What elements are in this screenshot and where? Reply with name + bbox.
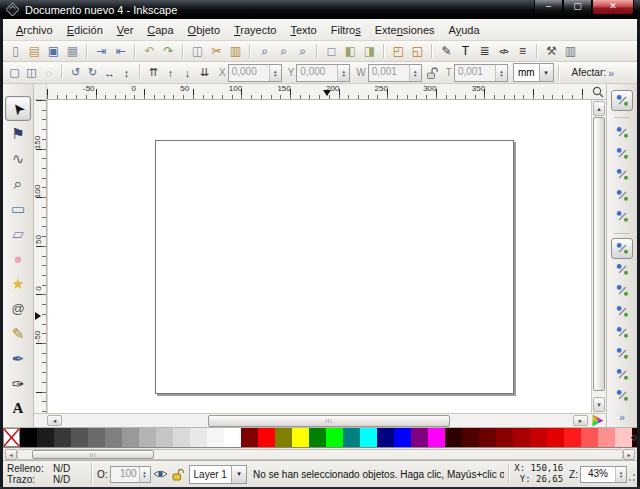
flip-horizontal-icon[interactable]: ↔ — [101, 64, 118, 81]
new-document-icon[interactable]: ▯ — [6, 43, 25, 60]
menu-edicion[interactable]: Edición — [60, 21, 110, 39]
color-wheel-corner[interactable] — [589, 414, 606, 427]
open-document-icon[interactable]: ▤ — [25, 43, 44, 60]
width-field[interactable]: 0,001▴▾ — [368, 64, 422, 82]
palette-swatch[interactable] — [394, 428, 411, 447]
scroll-right-icon[interactable]: ▸ — [573, 415, 588, 426]
palette-swatch[interactable] — [139, 428, 156, 447]
palette-swatch[interactable] — [37, 428, 54, 447]
print-icon[interactable]: ▦ — [63, 43, 82, 60]
vertical-ruler[interactable]: 150100500-50 — [34, 100, 47, 413]
palette-swatch[interactable] — [445, 428, 462, 447]
calligraphy-tool[interactable]: ✑ — [5, 371, 31, 396]
menu-ayuda[interactable]: Ayuda — [442, 21, 487, 39]
raise-to-top-icon[interactable]: ⇈ — [145, 64, 162, 81]
palette-swatch[interactable] — [292, 428, 309, 447]
palette-swatch[interactable] — [71, 428, 88, 447]
zoom-page-icon[interactable]: ⌕ — [293, 43, 312, 60]
separator[interactable] — [614, 111, 630, 118]
lower-to-bottom-icon[interactable]: ⇊ — [196, 64, 213, 81]
undo-icon[interactable]: ↶ — [140, 43, 159, 60]
y-field-value[interactable]: 0,000 — [297, 65, 337, 81]
layer-selector[interactable]: Layer 1▾ — [189, 465, 247, 484]
height-field-spinner[interactable]: ▴▾ — [495, 65, 507, 81]
snap-bbox-edge-midpoints-icon[interactable] — [611, 185, 633, 206]
layer-dropdown-arrow-icon[interactable]: ▾ — [231, 466, 246, 483]
fill-stroke-indicator[interactable]: Relleno: N/D Trazo: N/D — [3, 463, 87, 485]
selector-tool[interactable]: ➤ — [5, 96, 31, 121]
flip-vertical-icon[interactable]: ↕ — [118, 64, 135, 81]
zoom-value[interactable]: 43% — [581, 467, 615, 482]
scroll-left-icon[interactable]: ◂ — [47, 415, 62, 426]
ungroup-objects-icon[interactable]: ◱ — [408, 43, 427, 60]
palette-swatch[interactable] — [598, 428, 615, 447]
palette-swatch[interactable] — [173, 428, 190, 447]
align-dialog-icon[interactable]: ≡ — [513, 43, 532, 60]
pen-tool[interactable]: ✒ — [5, 346, 31, 371]
zoom-field[interactable]: 43%▴▾ — [580, 466, 627, 483]
redo-icon[interactable]: ↷ — [159, 43, 178, 60]
star-tool[interactable]: ★ — [5, 271, 31, 296]
menu-texto[interactable]: Texto — [283, 21, 323, 39]
lock-ratio-icon[interactable] — [426, 66, 439, 80]
snap-smooth-nodes-icon[interactable] — [611, 322, 633, 343]
zoom-spinner[interactable]: ▴▾ — [615, 467, 626, 482]
palette-swatch[interactable] — [530, 428, 547, 447]
import-icon[interactable]: ⇥ — [92, 43, 111, 60]
zoom-selection-icon[interactable]: ⌕ — [255, 43, 274, 60]
vertical-scrollbar-thumb[interactable] — [593, 117, 605, 391]
snap-path-intersections-icon[interactable] — [611, 280, 633, 301]
zoom-drawing-icon[interactable]: ⌕ — [274, 43, 293, 60]
ellipse-tool[interactable]: ● — [5, 246, 31, 271]
opacity-spinner[interactable]: ▴▾ — [139, 467, 150, 482]
xml-editor-icon[interactable]: </> — [494, 43, 513, 60]
node-tool[interactable]: ⚑ — [5, 121, 31, 146]
units-dropdown-arrow-icon[interactable]: ▾ — [539, 64, 553, 81]
title-bar[interactable]: Documento nuevo 4 - Inkscape – ▢ ✕ — [0, 0, 640, 19]
palette-swatch[interactable] — [88, 428, 105, 447]
palette-scrollbar-thumb[interactable]: III — [32, 450, 154, 459]
fill-stroke-icon[interactable]: ✎ — [437, 43, 456, 60]
palette-swatch[interactable] — [207, 428, 224, 447]
menu-trayecto[interactable]: Trayecto — [227, 21, 283, 39]
snap-bbox-centers-icon[interactable] — [611, 206, 633, 227]
minimize-button[interactable]: – — [534, 0, 563, 15]
palette-swatch[interactable] — [428, 428, 445, 447]
palette-swatch[interactable] — [309, 428, 326, 447]
menu-capa[interactable]: Capa — [140, 21, 180, 39]
palette-swatch[interactable] — [377, 428, 394, 447]
copy-icon[interactable]: ◫ — [188, 43, 207, 60]
layer-lock-toggle[interactable] — [172, 468, 184, 481]
rotate-ccw-icon[interactable]: ↺ — [67, 64, 84, 81]
separator[interactable] — [614, 227, 630, 234]
opacity-field[interactable]: 100▴▾ — [110, 466, 151, 483]
palette-swatch[interactable] — [564, 428, 581, 447]
snap-paths-icon[interactable] — [611, 259, 633, 280]
select-all-icon[interactable]: ▢ — [6, 64, 23, 81]
preferences-icon[interactable]: ⚒ — [542, 43, 561, 60]
palette-swatch[interactable] — [581, 428, 598, 447]
cut-icon[interactable]: ✂ — [207, 43, 226, 60]
palette-swatch[interactable] — [513, 428, 530, 447]
select-all-layers-icon[interactable]: ◫ — [23, 64, 40, 81]
snap-rotation-centers-icon[interactable] — [611, 385, 633, 406]
palette-scrollbar[interactable]: ◂ III ▸ — [5, 450, 635, 459]
group-objects-icon[interactable]: ◰ — [389, 43, 408, 60]
close-button[interactable]: ✕ — [592, 0, 634, 15]
toolbar-overflow-icon[interactable]: » — [608, 67, 614, 79]
maximize-button[interactable]: ▢ — [563, 0, 592, 15]
save-document-icon[interactable]: ▣ — [44, 43, 63, 60]
snap-bbox-edges-icon[interactable] — [611, 143, 633, 164]
rectangle-tool[interactable]: ▭ — [5, 196, 31, 221]
width-field-value[interactable]: 0,001 — [369, 65, 409, 81]
horizontal-scrollbar-thumb[interactable]: III — [208, 415, 450, 427]
snap-bbox-corners-icon[interactable] — [611, 164, 633, 185]
palette-swatch[interactable] — [20, 428, 37, 447]
paste-icon[interactable]: ▥ — [226, 43, 245, 60]
vertical-scrollbar[interactable]: ▴ ▾ — [591, 100, 606, 413]
no-color-swatch[interactable] — [3, 428, 20, 447]
rotate-cw-icon[interactable]: ↻ — [84, 64, 101, 81]
palette-swatch[interactable] — [54, 428, 71, 447]
tweak-tool[interactable]: ∿ — [5, 146, 31, 171]
unlink-clone-icon[interactable]: ◨ — [360, 43, 379, 60]
